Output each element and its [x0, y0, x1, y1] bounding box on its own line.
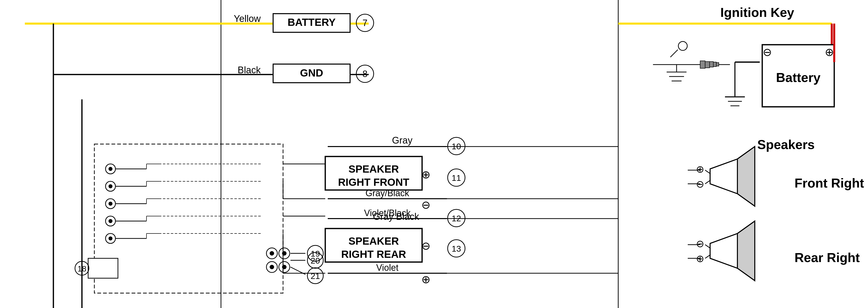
rca-connector-2: [105, 181, 159, 191]
number-8: 8: [363, 69, 368, 79]
svg-point-40: [270, 251, 274, 255]
svg-point-20: [108, 202, 113, 206]
battery-plus: ⊕: [825, 46, 834, 58]
speaker-rr-plus: ⊕: [421, 273, 431, 285]
black-label: Black: [238, 65, 261, 75]
speaker-rr-minus: ⊖: [421, 240, 431, 252]
svg-rect-63: [700, 61, 705, 68]
connector-box-18: [88, 258, 118, 278]
svg-point-57: [678, 41, 687, 51]
number-18: 18: [78, 264, 86, 273]
diagram-container: Yellow BATTERY 7 Black GND 8: [0, 0, 868, 308]
svg-marker-76: [737, 147, 755, 206]
number-11: 11: [452, 173, 461, 183]
battery-minus: ⊖: [763, 46, 772, 58]
svg-text:⊕: ⊕: [696, 164, 704, 175]
rca-connector-3: [105, 199, 159, 209]
speakers-title: Speakers: [757, 137, 815, 152]
svg-point-44: [270, 265, 274, 269]
svg-point-15: [108, 184, 113, 188]
gray-black-annotation: Gray Black: [373, 211, 420, 222]
svg-rect-67: [716, 63, 719, 66]
rca-cluster-right: [267, 248, 305, 274]
rca-connector-4: [105, 216, 159, 226]
speaker-rr-label-2: RIGHT REAR: [341, 248, 406, 260]
number-7: 7: [363, 18, 368, 28]
gray-label: Gray: [392, 135, 412, 146]
svg-point-25: [108, 219, 113, 223]
svg-rect-64: [705, 62, 710, 68]
wiring-diagram-svg: Yellow BATTERY 7 Black GND 8: [0, 0, 868, 308]
violet-label: Violet: [376, 263, 398, 273]
svg-point-30: [108, 237, 113, 241]
ignition-switch-symbol: [653, 41, 730, 81]
gnd-box-label: GND: [300, 67, 323, 79]
speaker-rf-plus: ⊕: [421, 168, 431, 181]
svg-line-56: [670, 50, 678, 57]
number-20: 20: [311, 256, 320, 265]
battery-box-label: BATTERY: [287, 17, 336, 28]
rca-connector-5: [105, 234, 159, 243]
svg-text:⊖: ⊖: [696, 238, 704, 249]
gray-black-label: Gray/Black: [366, 188, 409, 198]
svg-rect-66: [713, 62, 716, 67]
svg-marker-84: [737, 221, 755, 281]
rca-dashed-box: [94, 144, 283, 293]
speaker-front-right-symbol: ⊕ ⊖: [688, 147, 755, 206]
number-13: 13: [452, 244, 461, 253]
speaker-rf-label-1: SPEAKER: [348, 163, 399, 175]
speaker-rear-right-symbol: ⊖ ⊕: [688, 221, 755, 281]
speaker-rr-label-1: SPEAKER: [348, 235, 399, 247]
yellow-label: Yellow: [234, 13, 261, 24]
number-21: 21: [311, 271, 320, 281]
battery-label: Battery: [776, 70, 820, 85]
svg-point-10: [108, 167, 113, 171]
rear-right-label: Rear Right: [795, 250, 860, 265]
speaker-rf-label-2: RIGHT FRONT: [338, 176, 409, 188]
speaker-rf-minus: ⊖: [421, 199, 431, 211]
svg-marker-83: [710, 234, 737, 268]
rca-connector-1: [105, 164, 159, 174]
front-right-label: Front Right: [795, 176, 864, 190]
svg-marker-75: [710, 159, 737, 194]
ignition-key-label: Ignition Key: [720, 5, 794, 20]
svg-rect-65: [710, 62, 713, 67]
